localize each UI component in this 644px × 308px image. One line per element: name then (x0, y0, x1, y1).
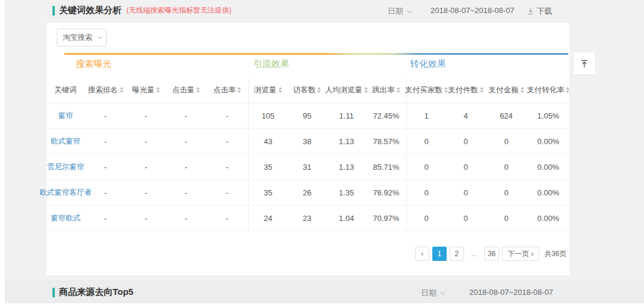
table-cell: - (206, 154, 249, 179)
section-title: 商品来源去向Top5 (52, 287, 134, 298)
column-label: 支付件数 (448, 85, 478, 95)
sort-icon[interactable] (278, 87, 282, 93)
table-cell: 1.13 (327, 154, 366, 179)
column-label: 点击率 (213, 85, 236, 95)
table-cell: 85.71% (366, 154, 407, 179)
column-header-0: 关键词 (47, 77, 85, 102)
sort-icon[interactable] (397, 87, 400, 93)
keyword-link[interactable]: 窗帘欧式 (51, 213, 80, 223)
column-header-9[interactable]: 支付买家数 (407, 77, 446, 102)
page-button-2[interactable]: 2 (450, 247, 464, 261)
sort-icon[interactable] (317, 87, 321, 93)
table-cell: 95 (287, 103, 327, 128)
column-label: 曝光量 (132, 85, 155, 95)
keyword-link[interactable]: 欧式窗帘客厅者 (39, 188, 92, 198)
table-cell: 76.92% (366, 180, 407, 205)
sort-icon[interactable] (196, 87, 200, 93)
table-cell: 0 (485, 206, 527, 231)
sort-icon[interactable] (521, 87, 524, 93)
channel-select-value: 淘宝搜索 (63, 33, 92, 43)
date-filter-dropdown[interactable]: 日期 (388, 6, 410, 17)
column-header-4[interactable]: 点击率 (206, 77, 249, 102)
table-body: 窗帘----105951.1172.45%146241.05%欧式窗帘----4… (47, 103, 569, 231)
keyword-cell: 欧式窗帘客厅者 (47, 180, 85, 205)
keyword-cell: 雪尼尔窗帘 (47, 154, 85, 179)
sort-icon[interactable] (566, 87, 569, 93)
sort-icon[interactable] (237, 87, 241, 93)
title-accent-bar (52, 6, 55, 15)
table-cell: 0 (407, 129, 446, 154)
table-cell: - (166, 206, 206, 231)
page-button-36[interactable]: 36 (484, 247, 499, 261)
sort-icon[interactable] (156, 87, 160, 93)
table-cell: - (85, 206, 126, 231)
table-cell: 0 (485, 154, 527, 179)
column-header-8[interactable]: 跳出率 (366, 77, 407, 102)
date-range-value: 2018-08-07~2018-08-07 (431, 6, 515, 15)
section2-title: 商品来源去向Top5 (59, 287, 134, 298)
table-cell: 38 (287, 129, 327, 154)
table-cell: 78.57% (366, 129, 407, 154)
column-label: 支付买家数 (405, 85, 442, 95)
column-label: 支付金额 (489, 85, 519, 95)
chevron-down-icon (97, 34, 102, 39)
table-cell: 0.00% (527, 180, 569, 205)
page-title: 关键词效果分析 (59, 5, 122, 16)
table-cell: - (166, 103, 206, 128)
column-group-color-bar (64, 53, 568, 55)
table-cell: - (166, 154, 206, 179)
keyword-link[interactable]: 欧式窗帘 (51, 136, 80, 147)
keyword-cell: 欧式窗帘 (47, 129, 85, 154)
next-page-button[interactable]: 下一页 › (502, 247, 538, 261)
column-header-12[interactable]: 支付转化率 (527, 77, 569, 102)
page-total-text: 共36页 (544, 249, 566, 259)
table-cell: 43 (249, 129, 287, 154)
keyword-link[interactable]: 窗帘 (58, 111, 73, 121)
download-button[interactable]: 下载 (527, 6, 552, 17)
keyword-link[interactable]: 雪尼尔窗帘 (47, 162, 85, 172)
column-header-6[interactable]: 访客数 (287, 77, 327, 102)
table-cell: - (85, 180, 126, 205)
sort-icon[interactable] (480, 87, 484, 93)
notice-text: (无线端搜索曝光指标暂无法提供) (126, 5, 231, 15)
table-cell: - (85, 103, 126, 128)
column-label: 浏览量 (254, 85, 277, 95)
sort-icon[interactable] (120, 87, 123, 93)
date-filter-label: 日期 (388, 6, 403, 17)
page-button-1[interactable]: 1 (432, 247, 447, 261)
back-to-top-button[interactable] (574, 52, 595, 74)
table-row: 欧式窗帘----43381.1378.57%0000.00% (47, 129, 569, 154)
table-cell: 24 (249, 206, 287, 231)
download-icon (527, 8, 534, 15)
column-label: 支付转化率 (527, 85, 565, 95)
column-label: 点击量 (172, 85, 195, 95)
date-filter-dropdown[interactable]: 日期 (421, 288, 444, 298)
column-header-7[interactable]: 人均浏览量 (327, 77, 366, 102)
section-title: 关键词效果分析 (无线端搜索曝光指标暂无法提供) (52, 5, 231, 16)
date-filter-label: 日期 (421, 288, 436, 298)
keyword-table: 关键词搜索排名曝光量点击量点击率浏览量访客数人均浏览量跳出率支付买家数支付件数支… (47, 77, 569, 231)
chevron-down-icon (407, 8, 411, 13)
pagination-ellipsis: ... (467, 247, 481, 261)
column-header-10[interactable]: 支付件数 (446, 77, 485, 102)
column-header-11[interactable]: 支付金额 (485, 77, 527, 102)
table-row: 欧式窗帘客厅者----35261.3576.92%0000.00% (47, 180, 569, 206)
column-header-2[interactable]: 曝光量 (126, 77, 166, 102)
prev-page-button[interactable]: ‹ (415, 247, 429, 261)
table-cell: - (85, 154, 126, 179)
table-cell: 105 (249, 103, 287, 128)
column-header-3[interactable]: 点击量 (166, 77, 206, 102)
table-cell: 0 (407, 206, 446, 231)
column-header-5[interactable]: 浏览量 (249, 77, 287, 102)
channel-select[interactable]: 淘宝搜索 (57, 29, 107, 46)
table-cell: - (126, 206, 166, 231)
table-cell: 1.04 (327, 206, 366, 231)
column-label: 关键词 (54, 85, 77, 95)
group-label-search-exposure: 搜索曝光 (76, 58, 112, 70)
keyword-cell: 窗帘欧式 (47, 206, 85, 231)
table-cell: - (126, 154, 166, 179)
column-label: 搜索排名 (88, 85, 118, 95)
title-accent-bar (52, 288, 55, 297)
column-header-1[interactable]: 搜索排名 (85, 77, 126, 102)
table-cell: 0 (407, 180, 446, 205)
